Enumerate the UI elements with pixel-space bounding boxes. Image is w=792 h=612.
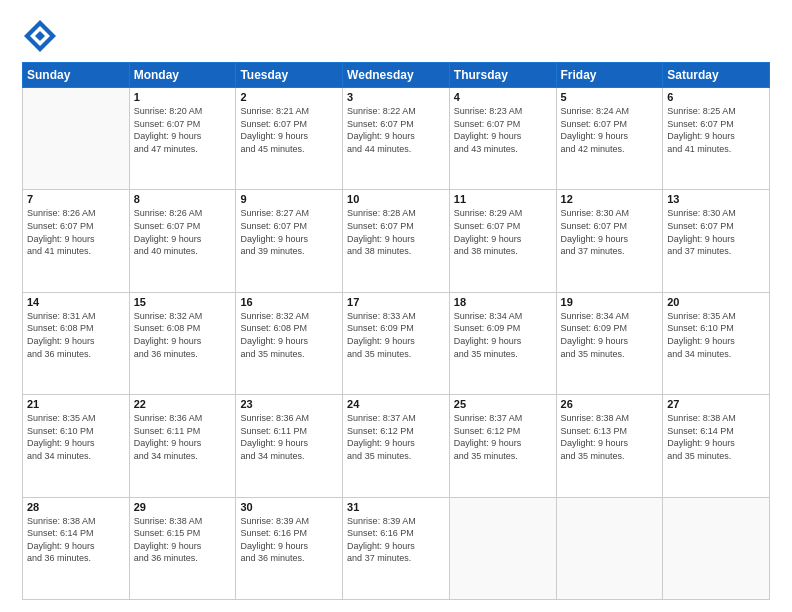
- day-info: Sunrise: 8:38 AMSunset: 6:15 PMDaylight:…: [134, 515, 232, 565]
- day-info: Sunrise: 8:39 AMSunset: 6:16 PMDaylight:…: [240, 515, 338, 565]
- day-info: Sunrise: 8:38 AMSunset: 6:13 PMDaylight:…: [561, 412, 659, 462]
- day-number: 10: [347, 193, 445, 205]
- day-number: 9: [240, 193, 338, 205]
- day-number: 5: [561, 91, 659, 103]
- day-number: 28: [27, 501, 125, 513]
- day-info: Sunrise: 8:32 AMSunset: 6:08 PMDaylight:…: [240, 310, 338, 360]
- day-info: Sunrise: 8:36 AMSunset: 6:11 PMDaylight:…: [240, 412, 338, 462]
- day-number: 2: [240, 91, 338, 103]
- weekday-header-row: SundayMondayTuesdayWednesdayThursdayFrid…: [23, 63, 770, 88]
- calendar-cell: 22Sunrise: 8:36 AMSunset: 6:11 PMDayligh…: [129, 395, 236, 497]
- day-number: 12: [561, 193, 659, 205]
- calendar-cell: [556, 497, 663, 599]
- day-info: Sunrise: 8:35 AMSunset: 6:10 PMDaylight:…: [667, 310, 765, 360]
- logo: [22, 18, 60, 54]
- weekday-header-thursday: Thursday: [449, 63, 556, 88]
- calendar-cell: 13Sunrise: 8:30 AMSunset: 6:07 PMDayligh…: [663, 190, 770, 292]
- weekday-header-tuesday: Tuesday: [236, 63, 343, 88]
- weekday-header-saturday: Saturday: [663, 63, 770, 88]
- weekday-header-wednesday: Wednesday: [343, 63, 450, 88]
- day-info: Sunrise: 8:38 AMSunset: 6:14 PMDaylight:…: [667, 412, 765, 462]
- day-info: Sunrise: 8:39 AMSunset: 6:16 PMDaylight:…: [347, 515, 445, 565]
- calendar-cell: 1Sunrise: 8:20 AMSunset: 6:07 PMDaylight…: [129, 88, 236, 190]
- calendar-cell: 18Sunrise: 8:34 AMSunset: 6:09 PMDayligh…: [449, 292, 556, 394]
- day-number: 16: [240, 296, 338, 308]
- day-info: Sunrise: 8:34 AMSunset: 6:09 PMDaylight:…: [454, 310, 552, 360]
- day-number: 18: [454, 296, 552, 308]
- calendar-cell: 23Sunrise: 8:36 AMSunset: 6:11 PMDayligh…: [236, 395, 343, 497]
- calendar-cell: 28Sunrise: 8:38 AMSunset: 6:14 PMDayligh…: [23, 497, 130, 599]
- day-info: Sunrise: 8:24 AMSunset: 6:07 PMDaylight:…: [561, 105, 659, 155]
- calendar-cell: 20Sunrise: 8:35 AMSunset: 6:10 PMDayligh…: [663, 292, 770, 394]
- day-number: 6: [667, 91, 765, 103]
- day-number: 17: [347, 296, 445, 308]
- calendar-cell: 21Sunrise: 8:35 AMSunset: 6:10 PMDayligh…: [23, 395, 130, 497]
- calendar-cell: 15Sunrise: 8:32 AMSunset: 6:08 PMDayligh…: [129, 292, 236, 394]
- calendar-cell: 7Sunrise: 8:26 AMSunset: 6:07 PMDaylight…: [23, 190, 130, 292]
- calendar-cell: 29Sunrise: 8:38 AMSunset: 6:15 PMDayligh…: [129, 497, 236, 599]
- day-info: Sunrise: 8:33 AMSunset: 6:09 PMDaylight:…: [347, 310, 445, 360]
- day-number: 20: [667, 296, 765, 308]
- logo-icon: [22, 18, 58, 54]
- page: SundayMondayTuesdayWednesdayThursdayFrid…: [0, 0, 792, 612]
- day-info: Sunrise: 8:28 AMSunset: 6:07 PMDaylight:…: [347, 207, 445, 257]
- calendar-cell: 6Sunrise: 8:25 AMSunset: 6:07 PMDaylight…: [663, 88, 770, 190]
- calendar-cell: 27Sunrise: 8:38 AMSunset: 6:14 PMDayligh…: [663, 395, 770, 497]
- day-number: 11: [454, 193, 552, 205]
- day-info: Sunrise: 8:35 AMSunset: 6:10 PMDaylight:…: [27, 412, 125, 462]
- calendar-cell: 12Sunrise: 8:30 AMSunset: 6:07 PMDayligh…: [556, 190, 663, 292]
- calendar-cell: 17Sunrise: 8:33 AMSunset: 6:09 PMDayligh…: [343, 292, 450, 394]
- header: [22, 18, 770, 54]
- day-info: Sunrise: 8:37 AMSunset: 6:12 PMDaylight:…: [347, 412, 445, 462]
- calendar-cell: 11Sunrise: 8:29 AMSunset: 6:07 PMDayligh…: [449, 190, 556, 292]
- day-info: Sunrise: 8:32 AMSunset: 6:08 PMDaylight:…: [134, 310, 232, 360]
- calendar-cell: 5Sunrise: 8:24 AMSunset: 6:07 PMDaylight…: [556, 88, 663, 190]
- calendar-cell: [663, 497, 770, 599]
- calendar-cell: 30Sunrise: 8:39 AMSunset: 6:16 PMDayligh…: [236, 497, 343, 599]
- day-number: 26: [561, 398, 659, 410]
- calendar-cell: 19Sunrise: 8:34 AMSunset: 6:09 PMDayligh…: [556, 292, 663, 394]
- day-number: 7: [27, 193, 125, 205]
- calendar-cell: 2Sunrise: 8:21 AMSunset: 6:07 PMDaylight…: [236, 88, 343, 190]
- day-info: Sunrise: 8:30 AMSunset: 6:07 PMDaylight:…: [667, 207, 765, 257]
- day-info: Sunrise: 8:31 AMSunset: 6:08 PMDaylight:…: [27, 310, 125, 360]
- calendar-cell: 26Sunrise: 8:38 AMSunset: 6:13 PMDayligh…: [556, 395, 663, 497]
- day-info: Sunrise: 8:27 AMSunset: 6:07 PMDaylight:…: [240, 207, 338, 257]
- day-number: 4: [454, 91, 552, 103]
- calendar-cell: [23, 88, 130, 190]
- week-row-4: 21Sunrise: 8:35 AMSunset: 6:10 PMDayligh…: [23, 395, 770, 497]
- calendar-cell: 14Sunrise: 8:31 AMSunset: 6:08 PMDayligh…: [23, 292, 130, 394]
- day-info: Sunrise: 8:38 AMSunset: 6:14 PMDaylight:…: [27, 515, 125, 565]
- day-number: 21: [27, 398, 125, 410]
- day-info: Sunrise: 8:37 AMSunset: 6:12 PMDaylight:…: [454, 412, 552, 462]
- calendar-cell: 31Sunrise: 8:39 AMSunset: 6:16 PMDayligh…: [343, 497, 450, 599]
- day-info: Sunrise: 8:25 AMSunset: 6:07 PMDaylight:…: [667, 105, 765, 155]
- week-row-1: 1Sunrise: 8:20 AMSunset: 6:07 PMDaylight…: [23, 88, 770, 190]
- week-row-3: 14Sunrise: 8:31 AMSunset: 6:08 PMDayligh…: [23, 292, 770, 394]
- calendar-cell: 8Sunrise: 8:26 AMSunset: 6:07 PMDaylight…: [129, 190, 236, 292]
- day-info: Sunrise: 8:20 AMSunset: 6:07 PMDaylight:…: [134, 105, 232, 155]
- week-row-5: 28Sunrise: 8:38 AMSunset: 6:14 PMDayligh…: [23, 497, 770, 599]
- calendar-table: SundayMondayTuesdayWednesdayThursdayFrid…: [22, 62, 770, 600]
- calendar-cell: 4Sunrise: 8:23 AMSunset: 6:07 PMDaylight…: [449, 88, 556, 190]
- day-number: 15: [134, 296, 232, 308]
- calendar-cell: [449, 497, 556, 599]
- day-number: 1: [134, 91, 232, 103]
- day-info: Sunrise: 8:22 AMSunset: 6:07 PMDaylight:…: [347, 105, 445, 155]
- calendar-cell: 3Sunrise: 8:22 AMSunset: 6:07 PMDaylight…: [343, 88, 450, 190]
- day-number: 22: [134, 398, 232, 410]
- day-number: 30: [240, 501, 338, 513]
- day-info: Sunrise: 8:23 AMSunset: 6:07 PMDaylight:…: [454, 105, 552, 155]
- week-row-2: 7Sunrise: 8:26 AMSunset: 6:07 PMDaylight…: [23, 190, 770, 292]
- day-number: 29: [134, 501, 232, 513]
- day-number: 19: [561, 296, 659, 308]
- day-number: 27: [667, 398, 765, 410]
- day-number: 3: [347, 91, 445, 103]
- day-number: 8: [134, 193, 232, 205]
- day-info: Sunrise: 8:26 AMSunset: 6:07 PMDaylight:…: [134, 207, 232, 257]
- day-number: 31: [347, 501, 445, 513]
- calendar-cell: 9Sunrise: 8:27 AMSunset: 6:07 PMDaylight…: [236, 190, 343, 292]
- weekday-header-sunday: Sunday: [23, 63, 130, 88]
- weekday-header-friday: Friday: [556, 63, 663, 88]
- calendar-cell: 16Sunrise: 8:32 AMSunset: 6:08 PMDayligh…: [236, 292, 343, 394]
